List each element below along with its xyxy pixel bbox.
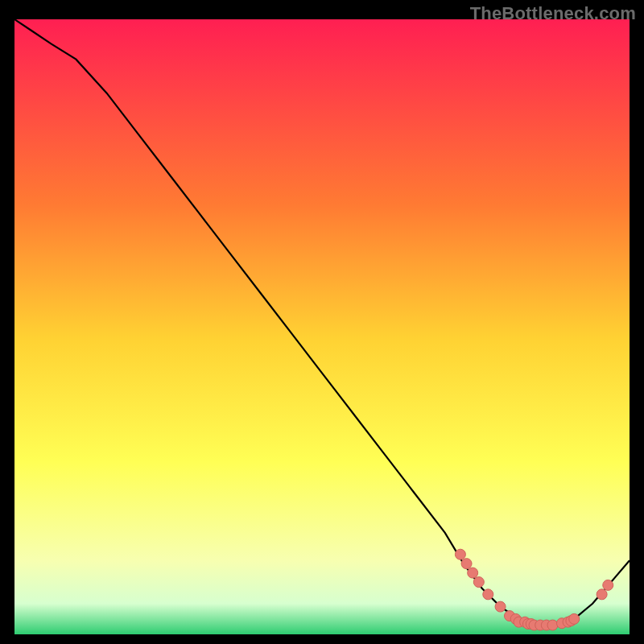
highlight-dot xyxy=(473,577,484,588)
gradient-background xyxy=(14,19,630,634)
highlight-dot xyxy=(461,559,472,569)
highlight-dot xyxy=(603,580,613,590)
plot-area xyxy=(14,19,630,634)
highlight-dot xyxy=(468,568,478,578)
highlight-dot xyxy=(547,620,558,630)
highlight-dot xyxy=(569,613,580,624)
chart-frame: TheBottleneck.com xyxy=(0,0,644,644)
bottleneck-plot xyxy=(14,19,630,634)
watermark-text: TheBottleneck.com xyxy=(470,3,636,24)
highlight-dot xyxy=(483,589,493,600)
highlight-dot xyxy=(495,601,506,612)
highlight-dot xyxy=(597,589,607,600)
highlight-dot xyxy=(455,549,465,559)
